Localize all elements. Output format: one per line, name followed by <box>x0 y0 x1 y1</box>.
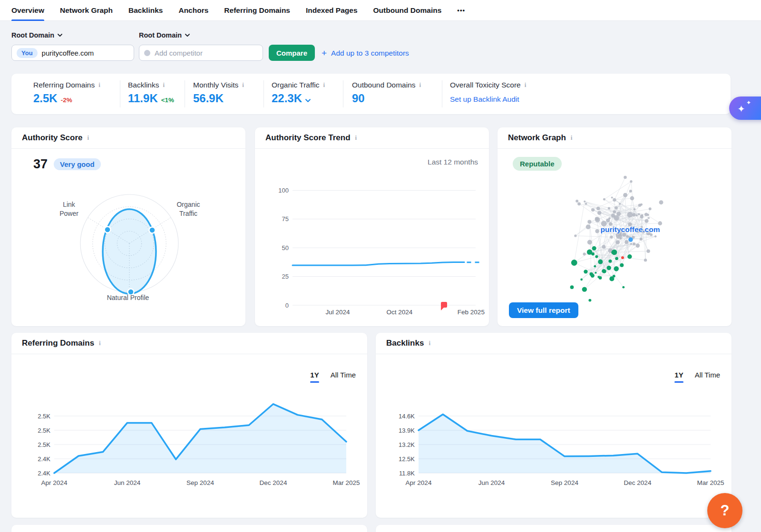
svg-text:50: 50 <box>282 244 289 251</box>
svg-text:13.2K: 13.2K <box>399 441 415 448</box>
nav-item-overview[interactable]: Overview <box>11 0 44 21</box>
authority-score-rating-badge: Very good <box>54 158 101 170</box>
svg-text:12.5K: 12.5K <box>399 455 415 463</box>
nav-item-network-graph[interactable]: Network Graph <box>60 0 113 21</box>
info-icon[interactable]: i <box>420 81 421 89</box>
svg-text:Jun 2024: Jun 2024 <box>478 479 505 486</box>
nav-item-backlinks[interactable]: Backlinks <box>128 0 163 21</box>
metric-label: Overall Toxicity Score <box>450 81 521 89</box>
network-graph-title: Network Graph <box>508 133 566 143</box>
metric-value: 90 <box>352 92 421 105</box>
svg-text:Apr 2024: Apr 2024 <box>406 479 432 486</box>
metric-label: Backlinks <box>128 81 159 89</box>
metric-value: 56.9K <box>193 92 244 105</box>
ai-assistant-button[interactable]: ✦ ✦ <box>729 97 761 120</box>
more-tabs-button[interactable]: ••• <box>457 7 465 14</box>
summary-metrics-bar: Referring Domainsi2.5K-2%Backlinksi11.9K… <box>11 74 731 114</box>
info-icon[interactable]: i <box>99 339 101 347</box>
svg-text:2.5K: 2.5K <box>38 441 50 448</box>
svg-text:13.9K: 13.9K <box>399 427 415 434</box>
tab-1y[interactable]: 1Y <box>310 371 319 383</box>
divider <box>120 80 120 107</box>
sparkle-icon: ✦ <box>746 99 751 106</box>
svg-text:2.4K: 2.4K <box>38 470 50 477</box>
info-icon[interactable]: i <box>525 81 527 89</box>
backlinks-chart: 14.6K13.9K13.2K12.5K11.8KApr 2024Jun 202… <box>376 333 732 518</box>
svg-text:Feb 2025: Feb 2025 <box>458 309 485 316</box>
tab-all-time[interactable]: All Time <box>695 371 720 383</box>
divider <box>442 80 442 107</box>
setup-backlink-audit-link[interactable]: Set up Backlink Audit <box>450 95 519 104</box>
svg-text:Organic: Organic <box>176 201 200 208</box>
target-domain-value: puritycoffee.com <box>42 49 94 57</box>
backlink-analytics-page: OverviewNetwork GraphBacklinksAnchorsRef… <box>0 0 761 532</box>
svg-text:75: 75 <box>282 215 289 222</box>
view-full-report-button[interactable]: View full report <box>509 302 578 318</box>
compare-button[interactable]: Compare <box>269 45 315 61</box>
svg-text:Link: Link <box>63 201 76 208</box>
info-icon[interactable]: i <box>242 81 244 89</box>
target-type-dropdown[interactable]: Root Domain <box>11 31 62 39</box>
backlinks-title: Backlinks <box>386 339 424 348</box>
divider <box>343 80 343 107</box>
nav-item-outbound-domains[interactable]: Outbound Domains <box>373 0 442 21</box>
help-button[interactable]: ? <box>707 493 742 528</box>
metric-label: Referring Domains <box>33 81 95 89</box>
target-type-label: Root Domain <box>11 31 54 39</box>
svg-text:Natural Profile: Natural Profile <box>107 294 149 301</box>
svg-text:Power: Power <box>59 210 78 217</box>
referring-domains-title: Referring Domains <box>22 339 94 348</box>
metric-label: Outbound Domains <box>352 81 416 89</box>
add-competitors-link[interactable]: + Add up to 3 competitors <box>322 48 409 58</box>
authority-score-trend-chart: 1007550250Jul 2024Oct 2024Feb 2025 <box>255 127 489 326</box>
network-graph-card: Network Graph i Reputable puritycoffee.c… <box>498 127 732 326</box>
next-card-partial <box>376 525 732 532</box>
metric-delta: -2% <box>61 97 72 104</box>
nav-item-referring-domains[interactable]: Referring Domains <box>224 0 290 21</box>
add-competitor-input[interactable]: Add competitor <box>139 45 263 61</box>
svg-text:Mar 2025: Mar 2025 <box>697 479 724 486</box>
divider <box>185 80 185 107</box>
metric-referring-domains: Referring Domainsi2.5K-2% <box>33 81 100 105</box>
info-icon[interactable]: i <box>98 81 100 89</box>
metric-backlinks: Backlinksi11.9K<1% <box>128 81 174 105</box>
svg-text:100: 100 <box>278 187 289 194</box>
backlinks-card: Backlinks i 1YAll Time 14.6K13.9K13.2K12… <box>376 333 732 518</box>
backlinks-range-tabs: 1YAll Time <box>674 371 720 383</box>
metric-delta: <1% <box>161 97 174 104</box>
svg-text:Sep 2024: Sep 2024 <box>186 479 214 486</box>
authority-score-trend-card: Authority Score Trend i Last 12 months 1… <box>255 127 489 326</box>
plus-icon: + <box>322 48 327 58</box>
info-icon[interactable]: i <box>323 81 325 89</box>
trend-title: Authority Score Trend <box>265 133 351 143</box>
info-icon[interactable]: i <box>355 134 357 142</box>
top-navigation: OverviewNetwork GraphBacklinksAnchorsRef… <box>0 0 761 21</box>
referring-domains-range-tabs: 1YAll Time <box>310 371 356 383</box>
svg-text:Jun 2024: Jun 2024 <box>114 479 141 486</box>
tab-all-time[interactable]: All Time <box>331 371 356 383</box>
svg-text:2.4K: 2.4K <box>38 455 50 463</box>
add-competitors-label: Add up to 3 competitors <box>331 49 409 58</box>
tab-1y[interactable]: 1Y <box>674 371 683 383</box>
authority-score-title: Authority Score <box>22 133 83 143</box>
svg-text:Dec 2024: Dec 2024 <box>624 479 652 486</box>
nav-item-anchors[interactable]: Anchors <box>178 0 208 21</box>
metric-overall-toxicity-score: Overall Toxicity ScoreiSet up Backlink A… <box>450 81 526 104</box>
reputable-badge: Reputable <box>513 157 562 171</box>
svg-text:Traffic: Traffic <box>179 210 197 217</box>
metric-value[interactable]: 22.3K <box>272 92 325 105</box>
info-icon[interactable]: i <box>429 339 430 347</box>
competitor-type-dropdown[interactable]: Root Domain <box>139 31 190 39</box>
metric-value: 2.5K-2% <box>33 92 100 105</box>
svg-text:2.5K: 2.5K <box>38 427 50 434</box>
info-icon[interactable]: i <box>571 134 573 142</box>
next-card-partial <box>11 525 367 532</box>
chevron-down-icon[interactable] <box>305 99 311 102</box>
info-icon[interactable]: i <box>163 81 165 89</box>
target-domain-input[interactable]: You puritycoffee.com <box>11 45 134 61</box>
nav-item-indexed-pages[interactable]: Indexed Pages <box>306 0 358 21</box>
trend-range-label: Last 12 months <box>428 158 478 166</box>
svg-text:Sep 2024: Sep 2024 <box>551 479 578 486</box>
info-icon[interactable]: i <box>88 134 89 142</box>
svg-text:Apr 2024: Apr 2024 <box>41 479 68 486</box>
